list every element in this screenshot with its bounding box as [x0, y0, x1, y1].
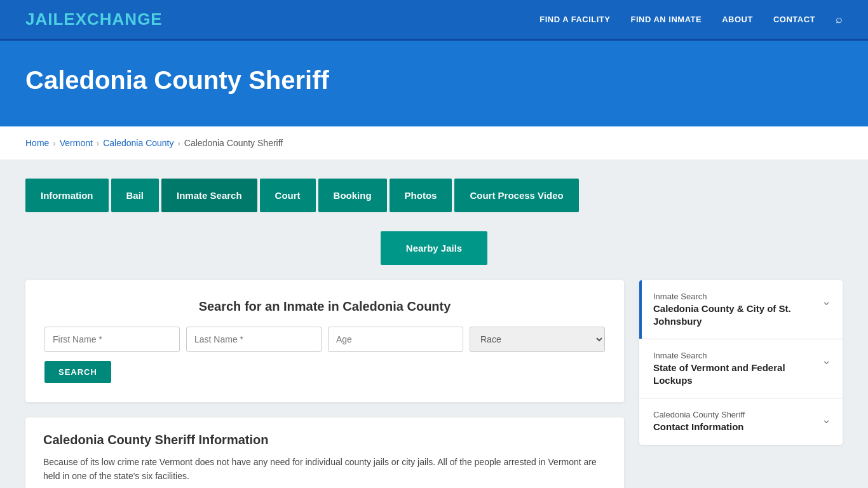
nav-contact[interactable]: CONTACT — [773, 15, 815, 24]
tabs-row2: Nearby Jails — [25, 231, 843, 265]
sidebar-item-state-text: Inmate Search State of Vermont and Feder… — [653, 351, 822, 386]
logo-jail: JAIL — [25, 10, 64, 29]
sidebar-item-local-search[interactable]: Inmate Search Caledonia County & City of… — [639, 280, 843, 339]
tab-nearby-jails[interactable]: Nearby Jails — [381, 231, 487, 265]
breadcrumb-current: Caledonia County Sheriff — [184, 138, 283, 148]
tab-booking[interactable]: Booking — [318, 179, 387, 212]
breadcrumb-home[interactable]: Home — [25, 138, 49, 148]
chevron-down-icon: ⌄ — [822, 294, 831, 308]
sidebar-item-contact-text: Caledonia County Sheriff Contact Informa… — [653, 410, 745, 433]
breadcrumb-sep-1: › — [53, 139, 55, 148]
search-button[interactable]: SEARCH — [44, 361, 111, 383]
inmate-search-card: Search for an Inmate in Caledonia County… — [25, 280, 624, 402]
chevron-down-icon-3: ⌄ — [822, 412, 831, 426]
tab-court[interactable]: Court — [260, 179, 316, 212]
tab-bail[interactable]: Bail — [111, 179, 159, 212]
sidebar: Inmate Search Caledonia County & City of… — [639, 280, 843, 445]
breadcrumb-sep-2: › — [97, 139, 99, 148]
breadcrumb-vermont[interactable]: Vermont — [60, 138, 93, 148]
info-card: Caledonia County Sheriff Information Bec… — [25, 417, 624, 488]
tab-inmate-search[interactable]: Inmate Search — [161, 179, 257, 212]
breadcrumb-sep-3: › — [177, 139, 180, 148]
info-title: Caledonia County Sheriff Information — [43, 433, 606, 447]
sidebar-item-state-title: State of Vermont and Federal Lockups — [653, 362, 822, 386]
hero-section: Caledonia County Sheriff — [0, 41, 868, 126]
search-title: Search for an Inmate in Caledonia County — [44, 299, 605, 314]
site-logo[interactable]: JAILEXCHANGE — [25, 10, 163, 29]
content-area: Information Bail Inmate Search Court Boo… — [0, 159, 868, 488]
search-fields: Race White Black Hispanic Asian Other — [44, 327, 605, 352]
search-icon[interactable]: ⌕ — [836, 13, 843, 26]
tabs-row1: Information Bail Inmate Search Court Boo… — [25, 179, 843, 212]
navbar: JAILEXCHANGE FIND A FACILITY FIND AN INM… — [0, 0, 868, 41]
sidebar-item-state-label: Inmate Search — [653, 351, 822, 360]
nav-find-facility[interactable]: FIND A FACILITY — [539, 15, 610, 24]
tab-information[interactable]: Information — [25, 179, 109, 212]
tab-photos[interactable]: Photos — [390, 179, 452, 212]
sidebar-item-contact-title: Contact Information — [653, 421, 745, 433]
sidebar-item-local-text: Inmate Search Caledonia County & City of… — [653, 292, 822, 327]
tab-court-process-video[interactable]: Court Process Video — [454, 179, 578, 212]
chevron-down-icon-2: ⌄ — [822, 353, 831, 367]
columns: Search for an Inmate in Caledonia County… — [25, 280, 843, 488]
breadcrumb: Home › Vermont › Caledonia County › Cale… — [0, 126, 868, 159]
sidebar-item-state-search[interactable]: Inmate Search State of Vermont and Feder… — [639, 339, 843, 398]
sidebar-item-contact[interactable]: Caledonia County Sheriff Contact Informa… — [639, 398, 843, 445]
sidebar-item-contact-label: Caledonia County Sheriff — [653, 410, 745, 419]
first-name-input[interactable] — [44, 327, 180, 352]
nav-find-inmate[interactable]: FIND AN INMATE — [630, 15, 702, 24]
info-text: Because of its low crime rate Vermont do… — [43, 455, 606, 484]
logo-exchange: EXCHANGE — [64, 10, 162, 29]
breadcrumb-caledonia-county[interactable]: Caledonia County — [103, 138, 173, 148]
last-name-input[interactable] — [186, 327, 322, 352]
sidebar-item-local-title: Caledonia County & City of St. Johnsbury — [653, 302, 822, 327]
nav-about[interactable]: ABOUT — [722, 15, 753, 24]
nav-links: FIND A FACILITY FIND AN INMATE ABOUT CON… — [539, 13, 843, 26]
main-column: Search for an Inmate in Caledonia County… — [25, 280, 624, 488]
race-select[interactable]: Race White Black Hispanic Asian Other — [470, 327, 605, 352]
page-title: Caledonia County Sheriff — [25, 66, 843, 95]
age-input[interactable] — [328, 327, 463, 352]
sidebar-item-local-label: Inmate Search — [653, 292, 822, 301]
